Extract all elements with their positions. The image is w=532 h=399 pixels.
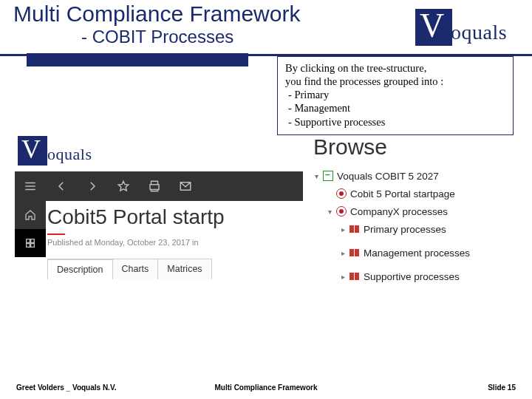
grid-icon [24, 237, 36, 249]
framework-icon [322, 170, 334, 182]
mail-button[interactable] [170, 171, 201, 201]
brand-logo-letter: V [420, 6, 444, 45]
star-icon [117, 180, 130, 193]
app-logo-mark: V [18, 136, 47, 166]
twisty-open-icon: ▾ [312, 172, 321, 180]
slide-title-line1: Multi Compliance Framework [13, 1, 300, 27]
brand-logo-text: oquals [451, 21, 507, 44]
tree-node-startpage[interactable]: Cobit 5 Portal startpage [310, 185, 517, 202]
app-logo: V oquals [18, 136, 136, 168]
callout-bullet: - Primary [288, 88, 505, 101]
back-button[interactable] [46, 171, 77, 201]
browse-panel: Browse ▾ Voquals COBIT 5 2027 Cobit 5 Po… [310, 134, 517, 285]
process-icon [349, 247, 361, 259]
footer-author: Greet Volders _ Voquals N.V. [16, 383, 116, 392]
home-rail-button[interactable] [15, 201, 46, 229]
twisty-closed-icon: ▸ [338, 225, 347, 233]
tab-charts[interactable]: Charts [112, 259, 159, 279]
page-icon [335, 188, 347, 200]
title-accent-block [27, 53, 248, 66]
favorite-button[interactable] [108, 171, 139, 201]
footer-title: Multi Compliance Framework [215, 383, 318, 392]
callout-line: By clicking on the tree-structure, [285, 61, 505, 75]
callout-box: By clicking on the tree-structure, you f… [277, 56, 514, 135]
brand-logo-mark: V [415, 9, 452, 46]
title-accent [47, 233, 65, 235]
process-icon [349, 223, 361, 235]
twisty-closed-icon: ▸ [338, 249, 347, 257]
page-icon [335, 205, 347, 217]
hamburger-icon [24, 180, 37, 193]
twisty-closed-icon: ▸ [338, 273, 347, 281]
callout-bullet: - Management [288, 101, 505, 115]
page-meta: Published at Monday, October 23, 2017 in [47, 238, 299, 247]
process-icon [349, 270, 361, 282]
content-tabs: Description Charts Matrices [47, 259, 299, 279]
home-icon [24, 209, 36, 221]
side-rail [15, 201, 46, 257]
slide-footer: Greet Volders _ Voquals N.V. Multi Compl… [0, 383, 532, 392]
app-logo-text: oquals [47, 145, 92, 164]
tree-label: Voquals COBIT 5 2027 [337, 171, 439, 182]
tab-description[interactable]: Description [47, 259, 113, 279]
brand-logo: V oquals [415, 9, 519, 50]
app-rail-button[interactable] [15, 229, 46, 257]
tab-matrices[interactable]: Matrices [157, 259, 211, 279]
forward-button[interactable] [77, 171, 108, 201]
tree-label: CompanyX processes [350, 206, 448, 217]
tree-node-root[interactable]: ▾ Voquals COBIT 5 2027 [310, 167, 517, 185]
menu-button[interactable] [15, 171, 46, 201]
chevron-left-icon [55, 180, 68, 193]
toolbar [15, 171, 303, 201]
footer-slide-number: Slide 15 [488, 383, 516, 392]
tree-label: Cobit 5 Portal startpage [350, 188, 455, 200]
portal-content: Cobit5 Portal startp Published at Monday… [47, 205, 299, 279]
tree: ▾ Voquals COBIT 5 2027 Cobit 5 Portal st… [310, 167, 517, 285]
tree-node-supportive[interactable]: ▸ Supportive processes [310, 267, 517, 285]
slide-title-line2: - COBIT Processes [81, 27, 233, 47]
twisty-open-icon: ▾ [325, 208, 334, 216]
print-button[interactable] [139, 171, 170, 201]
print-icon [148, 180, 161, 193]
tree-node-primary[interactable]: ▸ Primary processes [310, 220, 517, 238]
tree-label: Primary processes [364, 224, 446, 235]
tree-label: Supportive processes [364, 271, 460, 282]
browse-heading: Browse [310, 134, 517, 160]
tree-label: Management processes [364, 248, 470, 259]
chevron-right-icon [86, 180, 99, 193]
tree-node-management[interactable]: ▸ Management processes [310, 244, 517, 262]
screenshot-area: V oquals [15, 134, 517, 349]
mail-icon [179, 180, 192, 193]
callout-bullet: - Supportive processes [288, 115, 505, 129]
callout-line: you find the processes grouped into : [285, 75, 505, 88]
page-title: Cobit5 Portal startp [47, 205, 299, 229]
tree-node-company[interactable]: ▾ CompanyX processes [310, 202, 517, 220]
app-logo-letter: V [21, 134, 41, 165]
